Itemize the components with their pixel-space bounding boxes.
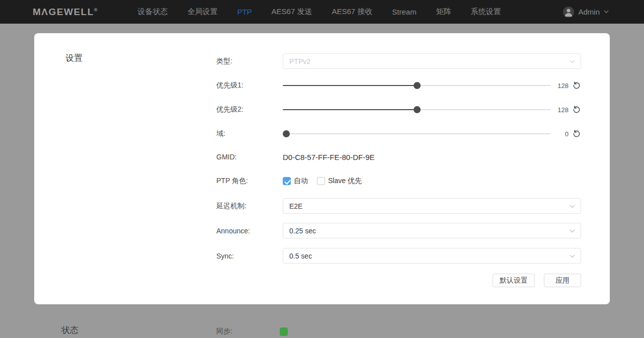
announce-select[interactable]: 0.25 sec	[283, 223, 581, 238]
slider-handle[interactable]	[283, 130, 290, 137]
reset-icon[interactable]	[572, 106, 581, 114]
checkbox-icon	[317, 177, 325, 185]
domain-value: 0	[551, 130, 569, 138]
domain-label: 域:	[216, 129, 283, 138]
user-avatar-icon	[563, 7, 574, 18]
status-title: 状态	[61, 324, 78, 336]
sync-value: 0.5 sec	[289, 252, 312, 260]
user-name: Admin	[578, 8, 600, 16]
slave-preferred-checkbox-label: Slave 优先	[328, 177, 362, 186]
reset-icon[interactable]	[572, 81, 581, 90]
announce-value: 0.25 sec	[289, 227, 316, 235]
checkbox-icon	[283, 177, 291, 185]
gmid-label: GMID:	[216, 153, 283, 161]
type-select[interactable]: PTPv2	[283, 53, 581, 69]
form-row-delay-mechanism: 延迟机制: E2E	[216, 198, 581, 214]
delay-mechanism-label: 延迟机制:	[216, 202, 283, 211]
auto-checkbox[interactable]: 自动	[283, 177, 308, 186]
ptp-role-label: PTP 角色:	[216, 177, 283, 186]
form-row-priority1: 优先级1: 128	[216, 78, 581, 93]
chevron-down-icon	[604, 10, 609, 14]
nav-tab-global-settings[interactable]: 全局设置	[187, 7, 217, 17]
slave-preferred-checkbox[interactable]: Slave 优先	[317, 177, 362, 186]
nav-tab-ptp[interactable]: PTP	[237, 8, 252, 16]
form-row-priority2: 优先级2: 128	[216, 102, 581, 117]
status-row-sync: 同步:	[216, 327, 288, 336]
announce-label: Announce:	[216, 227, 283, 235]
priority2-value: 128	[551, 106, 569, 114]
nav-tab-stream[interactable]: Stream	[392, 8, 416, 16]
priority2-slider[interactable]	[283, 106, 550, 113]
slider-handle[interactable]	[414, 82, 421, 89]
sync-select[interactable]: 0.5 sec	[283, 248, 581, 264]
priority1-value: 128	[551, 82, 569, 90]
chevron-down-icon	[570, 205, 575, 208]
gmid-value: D0-C8-57-FF-FE-80-DF-9E	[283, 153, 375, 161]
slider-handle[interactable]	[414, 106, 421, 113]
type-select-value: PTPv2	[289, 57, 310, 65]
form-row-type: 类型: PTPv2	[216, 53, 581, 69]
settings-title: 设置	[65, 52, 83, 64]
magewell-logo: MΛGEWELL®	[33, 7, 97, 18]
user-menu[interactable]: Admin	[563, 7, 609, 18]
auto-checkbox-label: 自动	[294, 177, 308, 186]
logo-registered-mark: ®	[94, 7, 98, 12]
form-row-sync: Sync: 0.5 sec	[216, 248, 581, 264]
type-label: 类型:	[216, 57, 283, 66]
nav-tab-matrix[interactable]: 矩阵	[436, 7, 451, 17]
chevron-down-icon	[570, 255, 575, 258]
sync-label: Sync:	[216, 252, 283, 260]
sync-status-indicator	[280, 327, 288, 336]
top-nav: MΛGEWELL® 设备状态 全局设置 PTP AES67 发送 AES67 接…	[0, 0, 644, 24]
priority1-label: 优先级1:	[216, 81, 283, 90]
nav-tabs: 设备状态 全局设置 PTP AES67 发送 AES67 接收 Stream 矩…	[137, 7, 501, 17]
default-settings-button[interactable]: 默认设置	[493, 274, 535, 287]
nav-tab-aes67-send[interactable]: AES67 发送	[272, 7, 312, 17]
apply-button[interactable]: 应用	[544, 274, 581, 287]
reset-icon[interactable]	[572, 130, 581, 138]
form-row-domain: 域: 0	[216, 126, 581, 141]
delay-mechanism-select[interactable]: E2E	[283, 198, 581, 214]
nav-tab-system-settings[interactable]: 系统设置	[471, 7, 501, 17]
form-row-announce: Announce: 0.25 sec	[216, 223, 581, 238]
form-row-ptp-role: PTP 角色: 自动 Slave 优先	[216, 175, 581, 187]
nav-tab-aes67-receive[interactable]: AES67 接收	[332, 7, 372, 17]
priority1-slider[interactable]	[283, 82, 550, 89]
nav-tab-device-status[interactable]: 设备状态	[137, 7, 168, 17]
sync-status-label: 同步:	[216, 327, 280, 336]
card-actions: 默认设置 应用	[493, 274, 581, 287]
chevron-down-icon	[570, 229, 575, 233]
logo-text: MΛGEWELL	[33, 7, 94, 17]
settings-card: 设置 类型: PTPv2 优先级1: 128 优先级2:	[34, 33, 610, 304]
chevron-down-icon	[570, 60, 575, 63]
priority2-label: 优先级2:	[216, 105, 283, 114]
form-row-gmid: GMID: D0-C8-57-FF-FE-80-DF-9E	[216, 151, 581, 163]
delay-mechanism-value: E2E	[289, 202, 302, 210]
domain-slider[interactable]	[283, 130, 550, 137]
